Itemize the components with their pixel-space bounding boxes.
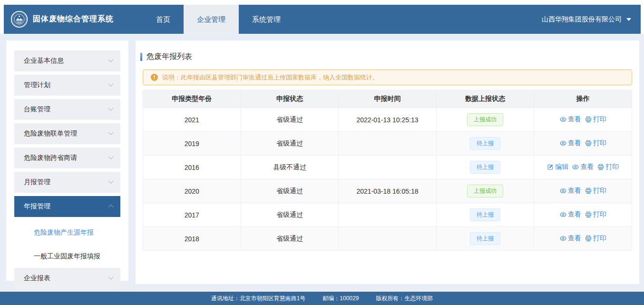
upload-status-badge: 待上报: [470, 137, 500, 149]
cell-actions: 查看打印: [534, 108, 632, 132]
printer-icon: [585, 187, 592, 194]
sidebar-item-3[interactable]: 危险废物联单管理: [14, 123, 120, 144]
sidebar-item-0[interactable]: 企业基本信息: [14, 50, 120, 71]
sidebar-item-6[interactable]: 年报管理: [14, 196, 120, 217]
view-link[interactable]: 查看: [560, 139, 581, 148]
chevron-down-icon: [108, 154, 113, 159]
view-link[interactable]: 查看: [560, 234, 581, 243]
cell-year: 2019: [143, 132, 241, 156]
view-label: 查看: [580, 163, 594, 171]
nav-tab-1[interactable]: 企业管理: [184, 5, 239, 34]
view-label: 查看: [568, 210, 581, 219]
table-row: 2016县级不通过待上报编辑查看打印: [143, 156, 632, 179]
cell-declare-time: [339, 156, 437, 179]
cell-upload-status: 待上报: [436, 132, 534, 156]
company-name: 山西华翔集团股份有限公司: [542, 15, 622, 24]
upload-status-badge: 待上报: [470, 232, 500, 245]
cell-declare-time: [339, 132, 437, 156]
page-body: 企业基本信息管理计划台账管理危险废物联单管理危险废物跨省商请月报管理年报管理危险…: [0, 34, 644, 292]
eye-icon: [560, 235, 566, 242]
view-label: 查看: [568, 234, 581, 243]
cell-upload-status: 待上报: [436, 156, 534, 179]
page-title: 危废年报列表: [140, 52, 632, 62]
print-link[interactable]: 打印: [585, 115, 606, 124]
edit-link[interactable]: 编辑: [547, 163, 568, 171]
sidebar-item-9[interactable]: 企业报表: [14, 268, 120, 289]
view-link[interactable]: 查看: [560, 115, 581, 124]
cell-upload-status: 待上报: [436, 227, 534, 251]
cell-declare-status: 省级通过: [241, 179, 339, 203]
view-link[interactable]: 查看: [560, 210, 581, 219]
page-title-text: 危废年报列表: [146, 52, 192, 62]
cell-declare-status: 省级通过: [241, 203, 339, 227]
print-link[interactable]: 打印: [585, 234, 606, 243]
view-link[interactable]: 查看: [572, 163, 594, 171]
company-dropdown[interactable]: 山西华翔集团股份有限公司: [542, 5, 641, 34]
cell-year: 2021: [143, 108, 241, 132]
cell-upload-status: 待上报: [436, 203, 534, 227]
cell-actions: 查看打印: [534, 132, 632, 156]
print-label: 打印: [593, 139, 606, 148]
sidebar-item-1[interactable]: 管理计划: [14, 75, 120, 96]
print-label: 打印: [605, 163, 619, 171]
sidebar-item-label: 管理计划: [24, 81, 50, 89]
edit-label: 编辑: [555, 163, 568, 171]
cell-year: 2018: [143, 227, 241, 251]
chevron-down-icon: [108, 81, 113, 87]
eye-icon: [572, 164, 579, 170]
sidebar-item-2[interactable]: 台账管理: [14, 99, 120, 120]
brand: 固体废物综合管理系统: [4, 5, 143, 34]
mee-emblem-icon: [10, 10, 28, 28]
sidebar-item-label: 台账管理: [24, 105, 50, 114]
print-link[interactable]: 打印: [585, 139, 606, 148]
print-link[interactable]: 打印: [585, 210, 606, 219]
view-link[interactable]: 查看: [560, 187, 581, 195]
print-label: 打印: [593, 115, 606, 124]
footer-postcode: 邮编：100029: [322, 295, 359, 303]
page-footer: 通讯地址：北京市朝阳区育慧南路1号 邮编：100029 版权所有：生态环境部: [0, 292, 644, 305]
notice-text: 说明：此年报由区县管理部门审批通过后上传国家数据库，纳入全国数据统计。: [162, 73, 379, 82]
nav-tab-2[interactable]: 系统管理: [239, 5, 294, 34]
table-row: 2017省级通过待上报查看打印: [143, 203, 632, 227]
edit-icon: [547, 164, 554, 170]
cell-declare-time: [339, 203, 437, 227]
sidebar-item-5[interactable]: 月报管理: [14, 172, 120, 193]
eye-icon: [560, 116, 566, 123]
sidebar-item-4[interactable]: 危险废物跨省商请: [14, 148, 120, 168]
annual-report-table-wrap: 申报类型年份申报状态申报时间数据上报状态操作 2021省级通过2022-01-1…: [143, 90, 632, 251]
chevron-down-icon: [108, 130, 113, 135]
upload-status-badge: 上报成功: [467, 185, 503, 197]
table-row: 2020省级通过2021-03-18 16:05:18上报成功查看打印: [143, 179, 632, 203]
main-panel: 危废年报列表 ! 说明：此年报由区县管理部门审批通过后上传国家数据库，纳入全国数…: [136, 40, 639, 284]
upload-status-badge: 上报成功: [467, 113, 503, 126]
print-label: 打印: [593, 234, 606, 243]
sidebar-item-label: 年报管理: [24, 202, 50, 211]
table-body: 2021省级通过2022-01-13 10:25:13上报成功查看打印2019省…: [143, 108, 632, 251]
cell-actions: 查看打印: [534, 179, 632, 203]
sidebar-item-label: 企业报表: [24, 274, 50, 283]
eye-icon: [560, 140, 566, 147]
print-label: 打印: [593, 210, 606, 219]
cell-declare-status: 省级通过: [241, 227, 339, 251]
upload-status-badge: 待上报: [470, 208, 500, 221]
chevron-down-icon: [108, 178, 113, 184]
sidebar-item-label: 危险废物联单管理: [24, 129, 77, 138]
nav-tab-0[interactable]: 首页: [143, 5, 184, 34]
cell-declare-time: 2021-03-18 16:05:18: [339, 179, 437, 203]
print-link[interactable]: 打印: [585, 187, 606, 195]
print-link[interactable]: 打印: [597, 163, 619, 171]
cell-declare-status: 县级不通过: [241, 156, 339, 179]
cell-actions: 编辑查看打印: [534, 156, 632, 179]
warning-exclamation-icon: !: [151, 74, 158, 81]
cell-year: 2020: [143, 179, 241, 203]
cell-upload-status: 上报成功: [436, 179, 534, 203]
footer-copyright: 版权所有：生态环境部: [376, 295, 433, 303]
sidebar-subitem-8[interactable]: 一般工业固废年报填报: [6, 244, 128, 268]
view-label: 查看: [568, 187, 581, 195]
sidebar-subitem-7[interactable]: 危险废物产生源年报: [6, 220, 128, 244]
printer-icon: [585, 235, 592, 242]
cell-declare-time: 2022-01-13 10:25:13: [339, 108, 437, 132]
eye-icon: [560, 187, 566, 194]
chevron-down-icon: [108, 106, 113, 111]
printer-icon: [597, 164, 604, 170]
